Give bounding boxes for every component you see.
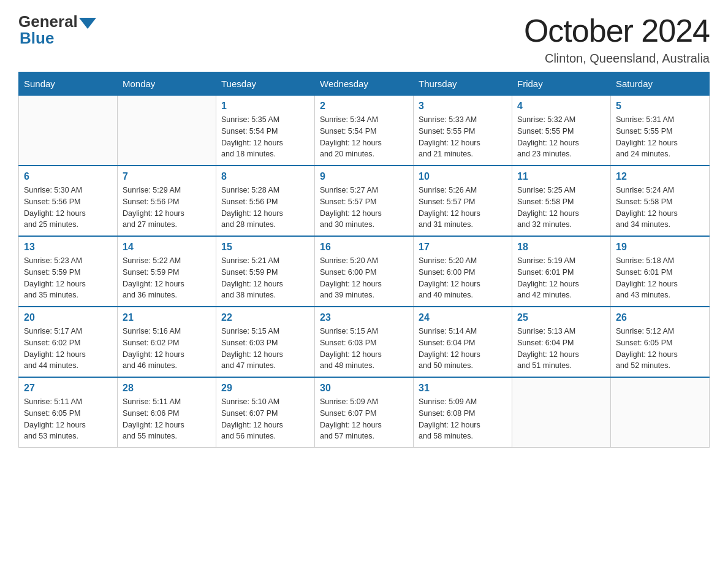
day-number: 30 <box>320 383 408 394</box>
calendar-cell: 6Sunrise: 5:30 AM Sunset: 5:56 PM Daylig… <box>19 166 118 236</box>
day-number: 21 <box>123 312 211 323</box>
calendar-cell: 8Sunrise: 5:28 AM Sunset: 5:56 PM Daylig… <box>216 166 315 236</box>
day-info: Sunrise: 5:26 AM Sunset: 5:57 PM Dayligh… <box>419 185 507 231</box>
calendar-cell: 19Sunrise: 5:18 AM Sunset: 6:01 PM Dayli… <box>611 236 710 307</box>
calendar-cell: 9Sunrise: 5:27 AM Sunset: 5:57 PM Daylig… <box>315 166 414 236</box>
day-number: 1 <box>221 101 309 112</box>
day-number: 28 <box>123 383 211 394</box>
day-info: Sunrise: 5:09 AM Sunset: 6:07 PM Dayligh… <box>320 396 408 442</box>
calendar-cell: 22Sunrise: 5:15 AM Sunset: 6:03 PM Dayli… <box>216 307 315 377</box>
header-day-friday: Friday <box>512 72 611 96</box>
calendar-cell: 5Sunrise: 5:31 AM Sunset: 5:55 PM Daylig… <box>611 96 710 166</box>
day-info: Sunrise: 5:31 AM Sunset: 5:55 PM Dayligh… <box>616 114 704 160</box>
day-info: Sunrise: 5:15 AM Sunset: 6:03 PM Dayligh… <box>221 326 309 372</box>
calendar-cell: 30Sunrise: 5:09 AM Sunset: 6:07 PM Dayli… <box>315 377 414 448</box>
header-row: SundayMondayTuesdayWednesdayThursdayFrid… <box>19 72 710 96</box>
day-info: Sunrise: 5:25 AM Sunset: 5:58 PM Dayligh… <box>517 185 605 231</box>
day-number: 11 <box>517 171 605 182</box>
day-info: Sunrise: 5:24 AM Sunset: 5:58 PM Dayligh… <box>616 185 704 231</box>
day-number: 22 <box>221 312 309 323</box>
calendar-cell <box>512 377 611 448</box>
day-info: Sunrise: 5:33 AM Sunset: 5:55 PM Dayligh… <box>419 114 507 160</box>
day-number: 6 <box>24 171 112 182</box>
calendar-cell: 21Sunrise: 5:16 AM Sunset: 6:02 PM Dayli… <box>118 307 216 377</box>
calendar-table: SundayMondayTuesdayWednesdayThursdayFrid… <box>18 72 710 448</box>
calendar-cell: 16Sunrise: 5:20 AM Sunset: 6:00 PM Dayli… <box>315 236 414 307</box>
day-info: Sunrise: 5:14 AM Sunset: 6:04 PM Dayligh… <box>419 326 507 372</box>
day-info: Sunrise: 5:16 AM Sunset: 6:02 PM Dayligh… <box>123 326 211 372</box>
week-row-3: 13Sunrise: 5:23 AM Sunset: 5:59 PM Dayli… <box>19 236 710 307</box>
calendar-cell: 3Sunrise: 5:33 AM Sunset: 5:55 PM Daylig… <box>414 96 512 166</box>
day-info: Sunrise: 5:34 AM Sunset: 5:54 PM Dayligh… <box>320 114 408 160</box>
day-number: 4 <box>517 101 605 112</box>
day-info: Sunrise: 5:35 AM Sunset: 5:54 PM Dayligh… <box>221 114 309 160</box>
header-day-thursday: Thursday <box>414 72 512 96</box>
day-number: 18 <box>517 242 605 253</box>
calendar-cell: 15Sunrise: 5:21 AM Sunset: 5:59 PM Dayli… <box>216 236 315 307</box>
day-info: Sunrise: 5:29 AM Sunset: 5:56 PM Dayligh… <box>123 185 211 231</box>
day-number: 2 <box>320 101 408 112</box>
day-number: 16 <box>320 242 408 253</box>
day-info: Sunrise: 5:12 AM Sunset: 6:05 PM Dayligh… <box>616 326 704 372</box>
day-info: Sunrise: 5:11 AM Sunset: 6:05 PM Dayligh… <box>24 396 112 442</box>
calendar-cell: 14Sunrise: 5:22 AM Sunset: 5:59 PM Dayli… <box>118 236 216 307</box>
calendar-cell: 18Sunrise: 5:19 AM Sunset: 6:01 PM Dayli… <box>512 236 611 307</box>
calendar-body: 1Sunrise: 5:35 AM Sunset: 5:54 PM Daylig… <box>19 96 710 448</box>
calendar-cell: 2Sunrise: 5:34 AM Sunset: 5:54 PM Daylig… <box>315 96 414 166</box>
logo-arrow-icon <box>79 18 96 29</box>
week-row-2: 6Sunrise: 5:30 AM Sunset: 5:56 PM Daylig… <box>19 166 710 236</box>
calendar-cell: 20Sunrise: 5:17 AM Sunset: 6:02 PM Dayli… <box>19 307 118 377</box>
week-row-1: 1Sunrise: 5:35 AM Sunset: 5:54 PM Daylig… <box>19 96 710 166</box>
day-number: 3 <box>419 101 507 112</box>
calendar-cell: 1Sunrise: 5:35 AM Sunset: 5:54 PM Daylig… <box>216 96 315 166</box>
calendar-cell: 24Sunrise: 5:14 AM Sunset: 6:04 PM Dayli… <box>414 307 512 377</box>
day-info: Sunrise: 5:32 AM Sunset: 5:55 PM Dayligh… <box>517 114 605 160</box>
day-number: 15 <box>221 242 309 253</box>
logo-blue-text: Blue <box>20 29 54 48</box>
day-info: Sunrise: 5:27 AM Sunset: 5:57 PM Dayligh… <box>320 185 408 231</box>
day-number: 5 <box>616 101 704 112</box>
calendar-cell: 23Sunrise: 5:15 AM Sunset: 6:03 PM Dayli… <box>315 307 414 377</box>
day-info: Sunrise: 5:20 AM Sunset: 6:00 PM Dayligh… <box>419 255 507 301</box>
day-number: 17 <box>419 242 507 253</box>
day-number: 10 <box>419 171 507 182</box>
calendar-cell: 28Sunrise: 5:11 AM Sunset: 6:06 PM Dayli… <box>118 377 216 448</box>
calendar-cell: 31Sunrise: 5:09 AM Sunset: 6:08 PM Dayli… <box>414 377 512 448</box>
calendar-cell: 7Sunrise: 5:29 AM Sunset: 5:56 PM Daylig… <box>118 166 216 236</box>
day-number: 31 <box>419 383 507 394</box>
day-info: Sunrise: 5:09 AM Sunset: 6:08 PM Dayligh… <box>419 396 507 442</box>
calendar-cell: 13Sunrise: 5:23 AM Sunset: 5:59 PM Dayli… <box>19 236 118 307</box>
day-info: Sunrise: 5:17 AM Sunset: 6:02 PM Dayligh… <box>24 326 112 372</box>
calendar-title: October 2024 <box>524 12 710 49</box>
day-number: 26 <box>616 312 704 323</box>
day-info: Sunrise: 5:10 AM Sunset: 6:07 PM Dayligh… <box>221 396 309 442</box>
day-number: 19 <box>616 242 704 253</box>
calendar-cell: 26Sunrise: 5:12 AM Sunset: 6:05 PM Dayli… <box>611 307 710 377</box>
day-number: 27 <box>24 383 112 394</box>
logo: General Blue <box>18 12 96 48</box>
calendar-cell: 10Sunrise: 5:26 AM Sunset: 5:57 PM Dayli… <box>414 166 512 236</box>
day-info: Sunrise: 5:30 AM Sunset: 5:56 PM Dayligh… <box>24 185 112 231</box>
header-day-tuesday: Tuesday <box>216 72 315 96</box>
calendar-cell <box>611 377 710 448</box>
title-section: October 2024 Clinton, Queensland, Austra… <box>524 12 710 66</box>
day-number: 23 <box>320 312 408 323</box>
day-number: 25 <box>517 312 605 323</box>
header-day-wednesday: Wednesday <box>315 72 414 96</box>
calendar-cell: 29Sunrise: 5:10 AM Sunset: 6:07 PM Dayli… <box>216 377 315 448</box>
week-row-4: 20Sunrise: 5:17 AM Sunset: 6:02 PM Dayli… <box>19 307 710 377</box>
day-info: Sunrise: 5:21 AM Sunset: 5:59 PM Dayligh… <box>221 255 309 301</box>
calendar-cell <box>118 96 216 166</box>
day-number: 13 <box>24 242 112 253</box>
calendar-cell: 25Sunrise: 5:13 AM Sunset: 6:04 PM Dayli… <box>512 307 611 377</box>
day-number: 29 <box>221 383 309 394</box>
day-number: 8 <box>221 171 309 182</box>
day-number: 14 <box>123 242 211 253</box>
week-row-5: 27Sunrise: 5:11 AM Sunset: 6:05 PM Dayli… <box>19 377 710 448</box>
day-info: Sunrise: 5:22 AM Sunset: 5:59 PM Dayligh… <box>123 255 211 301</box>
day-number: 20 <box>24 312 112 323</box>
calendar-cell: 11Sunrise: 5:25 AM Sunset: 5:58 PM Dayli… <box>512 166 611 236</box>
calendar-cell: 27Sunrise: 5:11 AM Sunset: 6:05 PM Dayli… <box>19 377 118 448</box>
calendar-header: SundayMondayTuesdayWednesdayThursdayFrid… <box>19 72 710 96</box>
day-info: Sunrise: 5:23 AM Sunset: 5:59 PM Dayligh… <box>24 255 112 301</box>
